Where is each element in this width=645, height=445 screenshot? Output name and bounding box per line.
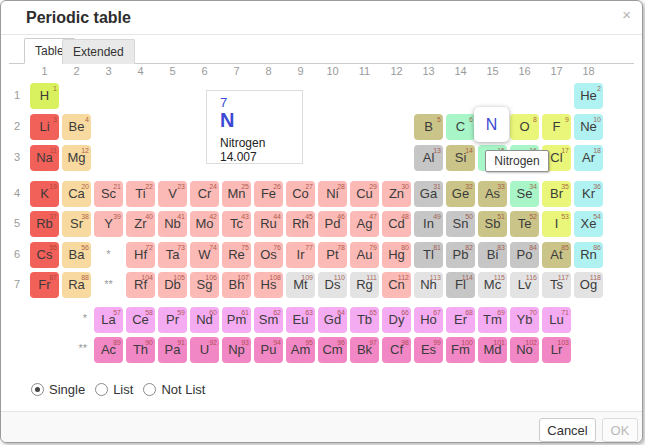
element-cell-Mt[interactable]: 109Mt xyxy=(286,272,315,298)
element-cell-Np[interactable]: 93Np xyxy=(222,337,251,363)
element-cell-Nb[interactable]: 41Nb xyxy=(158,211,187,237)
element-cell-No[interactable]: 102No xyxy=(510,337,539,363)
element-cell-Bh[interactable]: 107Bh xyxy=(222,272,251,298)
element-cell-Eu[interactable]: 63Eu xyxy=(286,307,315,333)
element-cell-Gd[interactable]: 64Gd xyxy=(318,307,347,333)
element-cell-Sr[interactable]: 38Sr xyxy=(62,211,91,237)
element-cell-Pa[interactable]: 91Pa xyxy=(158,337,187,363)
element-cell-Sn[interactable]: 50Sn xyxy=(446,211,475,237)
element-cell-Rn[interactable]: 86Rn xyxy=(574,242,603,268)
element-cell-Lv[interactable]: 116Lv xyxy=(510,272,539,298)
element-cell-Xe[interactable]: 54Xe xyxy=(574,211,603,237)
element-cell-Pd[interactable]: 46Pd xyxy=(318,211,347,237)
element-cell-La[interactable]: 57La xyxy=(94,307,123,333)
element-cell-Lu[interactable]: 71Lu xyxy=(542,307,571,333)
element-cell-At[interactable]: 85At xyxy=(542,242,571,268)
element-cell-Fl[interactable]: 114Fl xyxy=(446,272,475,298)
element-cell-Fr[interactable]: 87Fr xyxy=(30,272,59,298)
element-cell-Y[interactable]: 39Y xyxy=(94,211,123,237)
element-cell-Am[interactable]: 95Am xyxy=(286,337,315,363)
element-cell-Ag[interactable]: 47Ag xyxy=(350,211,379,237)
element-cell-Cr[interactable]: 24Cr xyxy=(190,181,219,207)
element-cell-Tm[interactable]: 69Tm xyxy=(478,307,507,333)
element-cell-Cu[interactable]: 29Cu xyxy=(350,181,379,207)
element-cell-Ti[interactable]: 22Ti xyxy=(126,181,155,207)
element-cell-Pr[interactable]: 59Pr xyxy=(158,307,187,333)
element-cell-Fe[interactable]: 26Fe xyxy=(254,181,283,207)
element-cell-Pu[interactable]: 94Pu xyxy=(254,337,283,363)
element-cell-Pt[interactable]: 78Pt xyxy=(318,242,347,268)
element-cell-Ds[interactable]: 110Ds xyxy=(318,272,347,298)
element-cell-Nd[interactable]: 60Nd xyxy=(190,307,219,333)
element-cell-Mg[interactable]: 12Mg xyxy=(62,145,91,171)
ok-button[interactable]: OK xyxy=(602,418,638,442)
element-cell-Ne[interactable]: 10Ne xyxy=(574,114,603,140)
element-cell-Bi[interactable]: 83Bi xyxy=(478,242,507,268)
element-cell-Cf[interactable]: 98Cf xyxy=(382,337,411,363)
element-cell-Fm[interactable]: 100Fm xyxy=(446,337,475,363)
element-cell-Cs[interactable]: 55Cs xyxy=(30,242,59,268)
element-cell-H[interactable]: 1H xyxy=(30,83,59,109)
element-cell-Cd[interactable]: 48Cd xyxy=(382,211,411,237)
element-cell-In[interactable]: 49In xyxy=(414,211,443,237)
element-cell-He[interactable]: 2He xyxy=(574,83,603,109)
element-cell-Rh[interactable]: 45Rh xyxy=(286,211,315,237)
element-cell-Er[interactable]: 68Er xyxy=(446,307,475,333)
element-cell-Ta[interactable]: 73Ta xyxy=(158,242,187,268)
element-cell-Rg[interactable]: 111Rg xyxy=(350,272,379,298)
radio-not-list[interactable] xyxy=(143,383,156,396)
element-cell-Ra[interactable]: 88Ra xyxy=(62,272,91,298)
element-cell-Kr[interactable]: 36Kr xyxy=(574,181,603,207)
element-cell-Mn[interactable]: 25Mn xyxy=(222,181,251,207)
element-cell-Ca[interactable]: 20Ca xyxy=(62,181,91,207)
element-cell-Mo[interactable]: 42Mo xyxy=(190,211,219,237)
element-cell-Ba[interactable]: 56Ba xyxy=(62,242,91,268)
element-cell-Rb[interactable]: 37Rb xyxy=(30,211,59,237)
element-cell-Es[interactable]: 99Es xyxy=(414,337,443,363)
element-cell-Ni[interactable]: 28Ni xyxy=(318,181,347,207)
element-cell-Au[interactable]: 79Au xyxy=(350,242,379,268)
element-cell-I[interactable]: 53I xyxy=(542,211,571,237)
element-cell-Rf[interactable]: 104Rf xyxy=(126,272,155,298)
element-cell-Md[interactable]: 101Md xyxy=(478,337,507,363)
element-cell-Ir[interactable]: 77Ir xyxy=(286,242,315,268)
element-cell-C[interactable]: 6C xyxy=(446,114,475,140)
element-cell-Zn[interactable]: 30Zn xyxy=(382,181,411,207)
element-cell-Sm[interactable]: 62Sm xyxy=(254,307,283,333)
element-cell-Hs[interactable]: 108Hs xyxy=(254,272,283,298)
element-cell-Cn[interactable]: 112Cn xyxy=(382,272,411,298)
element-cell-N[interactable]: N xyxy=(474,107,509,142)
element-cell-Ts[interactable]: 117Ts xyxy=(542,272,571,298)
element-cell-Re[interactable]: 75Re xyxy=(222,242,251,268)
element-cell-Ar[interactable]: 18Ar xyxy=(574,145,603,171)
element-cell-Og[interactable]: 118Og xyxy=(574,272,603,298)
element-cell-O[interactable]: 8O xyxy=(510,114,539,140)
element-cell-K[interactable]: 19K xyxy=(30,181,59,207)
element-cell-Os[interactable]: 76Os xyxy=(254,242,283,268)
tab-extended[interactable]: Extended xyxy=(62,39,135,64)
radio-list[interactable] xyxy=(95,383,108,396)
element-cell-Al[interactable]: 13Al xyxy=(414,145,443,171)
element-cell-Li[interactable]: 3Li xyxy=(30,114,59,140)
element-cell-Ga[interactable]: 31Ga xyxy=(414,181,443,207)
element-cell-Pm[interactable]: 61Pm xyxy=(222,307,251,333)
element-cell-B[interactable]: 5B xyxy=(414,114,443,140)
element-cell-Bk[interactable]: 97Bk xyxy=(350,337,379,363)
element-cell-Hf[interactable]: 72Hf xyxy=(126,242,155,268)
element-cell-Ho[interactable]: 67Ho xyxy=(414,307,443,333)
element-cell-V[interactable]: 23V xyxy=(158,181,187,207)
radio-single[interactable] xyxy=(31,383,44,396)
element-cell-Se[interactable]: 34Se xyxy=(510,181,539,207)
cancel-button[interactable]: Cancel xyxy=(539,418,596,442)
element-cell-Ce[interactable]: 58Ce xyxy=(126,307,155,333)
element-cell-Be[interactable]: 4Be xyxy=(62,114,91,140)
element-cell-Yb[interactable]: 70Yb xyxy=(510,307,539,333)
element-cell-Tl[interactable]: 81Tl xyxy=(414,242,443,268)
close-icon[interactable]: × xyxy=(622,6,631,23)
element-cell-Nh[interactable]: 113Nh xyxy=(414,272,443,298)
element-cell-Zr[interactable]: 40Zr xyxy=(126,211,155,237)
element-cell-Na[interactable]: 11Na xyxy=(30,145,59,171)
element-cell-Mc[interactable]: 115Mc xyxy=(478,272,507,298)
element-cell-Sb[interactable]: 51Sb xyxy=(478,211,507,237)
element-cell-F[interactable]: 9F xyxy=(542,114,571,140)
